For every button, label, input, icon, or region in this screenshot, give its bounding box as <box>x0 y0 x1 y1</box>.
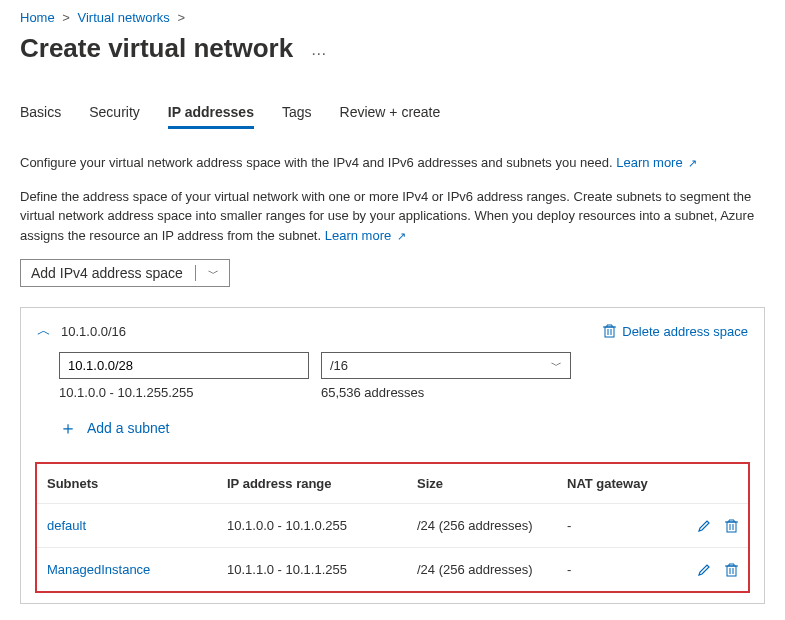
subnet-table: Subnets IP address range Size NAT gatewa… <box>37 464 748 591</box>
breadcrumb-home[interactable]: Home <box>20 10 55 25</box>
col-nat: NAT gateway <box>557 464 668 504</box>
title-actions-icon[interactable]: … <box>311 41 329 59</box>
chevron-down-icon: ﹀ <box>551 358 562 373</box>
tab-tags[interactable]: Tags <box>282 104 312 129</box>
delete-address-space-label: Delete address space <box>622 324 748 339</box>
button-divider <box>195 265 196 281</box>
desc1-text: Configure your virtual network address s… <box>20 155 613 170</box>
add-address-space-button[interactable]: Add IPv4 address space ﹀ <box>20 259 230 287</box>
subnet-nat: - <box>557 504 668 548</box>
col-subnets: Subnets <box>37 464 217 504</box>
address-space-ip-input[interactable] <box>59 352 309 379</box>
plus-icon: ＋ <box>59 416 77 440</box>
subnet-link-default[interactable]: default <box>47 518 86 533</box>
address-count-text: 65,536 addresses <box>321 385 424 400</box>
tab-security[interactable]: Security <box>89 104 140 129</box>
table-row: default 10.1.0.0 - 10.1.0.255 /24 (256 a… <box>37 504 748 548</box>
collapse-toggle-icon[interactable]: ︿ <box>37 322 51 340</box>
breadcrumb: Home > Virtual networks > <box>20 10 765 25</box>
page-title: Create virtual network <box>20 33 293 64</box>
subnet-range: 10.1.0.0 - 10.1.0.255 <box>217 504 407 548</box>
subnet-range: 10.1.1.0 - 10.1.1.255 <box>217 548 407 592</box>
learn-more-link-1[interactable]: Learn more ↗ <box>616 155 697 170</box>
edit-icon[interactable] <box>697 519 711 533</box>
subnet-link-managedinstance[interactable]: ManagedInstance <box>47 562 150 577</box>
chevron-down-icon[interactable]: ﹀ <box>208 266 219 281</box>
subnet-nat: - <box>557 548 668 592</box>
table-row: ManagedInstance 10.1.1.0 - 10.1.1.255 /2… <box>37 548 748 592</box>
description-1: Configure your virtual network address s… <box>20 153 760 173</box>
svg-rect-7 <box>727 522 736 532</box>
breadcrumb-vnets[interactable]: Virtual networks <box>78 10 170 25</box>
tab-ip-addresses[interactable]: IP addresses <box>168 104 254 129</box>
tab-review-create[interactable]: Review + create <box>340 104 441 129</box>
delete-address-space-button[interactable]: Delete address space <box>603 324 748 339</box>
trash-icon <box>603 324 616 338</box>
col-size: Size <box>407 464 557 504</box>
address-range-text: 10.1.0.0 - 10.1.255.255 <box>59 385 321 400</box>
breadcrumb-separator: > <box>177 10 185 25</box>
add-subnet-label: Add a subnet <box>87 420 170 436</box>
subnet-table-highlight: Subnets IP address range Size NAT gatewa… <box>35 462 750 593</box>
learn-more-link-2[interactable]: Learn more ↗ <box>325 228 406 243</box>
svg-rect-14 <box>727 566 736 576</box>
tab-basics[interactable]: Basics <box>20 104 61 129</box>
learn-more-label: Learn more <box>616 155 682 170</box>
edit-icon[interactable] <box>697 563 711 577</box>
subnet-size: /24 (256 addresses) <box>407 548 557 592</box>
delete-icon[interactable] <box>725 519 738 533</box>
address-space-cidr: 10.1.0.0/16 <box>61 324 126 339</box>
description-2: Define the address space of your virtual… <box>20 187 760 246</box>
add-subnet-button[interactable]: ＋ Add a subnet <box>59 416 748 440</box>
svg-rect-0 <box>605 327 614 337</box>
learn-more-label: Learn more <box>325 228 391 243</box>
add-address-space-label: Add IPv4 address space <box>31 265 183 281</box>
external-link-icon: ↗ <box>688 155 697 172</box>
external-link-icon: ↗ <box>397 228 406 245</box>
address-space-mask-select[interactable]: /16 ﹀ <box>321 352 571 379</box>
mask-select-value: /16 <box>330 358 348 373</box>
delete-icon[interactable] <box>725 563 738 577</box>
address-space-panel: ︿ 10.1.0.0/16 Delete address space /16 ﹀… <box>20 307 765 604</box>
breadcrumb-separator: > <box>62 10 70 25</box>
tabs: Basics Security IP addresses Tags Review… <box>20 104 765 129</box>
col-range: IP address range <box>217 464 407 504</box>
subnet-size: /24 (256 addresses) <box>407 504 557 548</box>
